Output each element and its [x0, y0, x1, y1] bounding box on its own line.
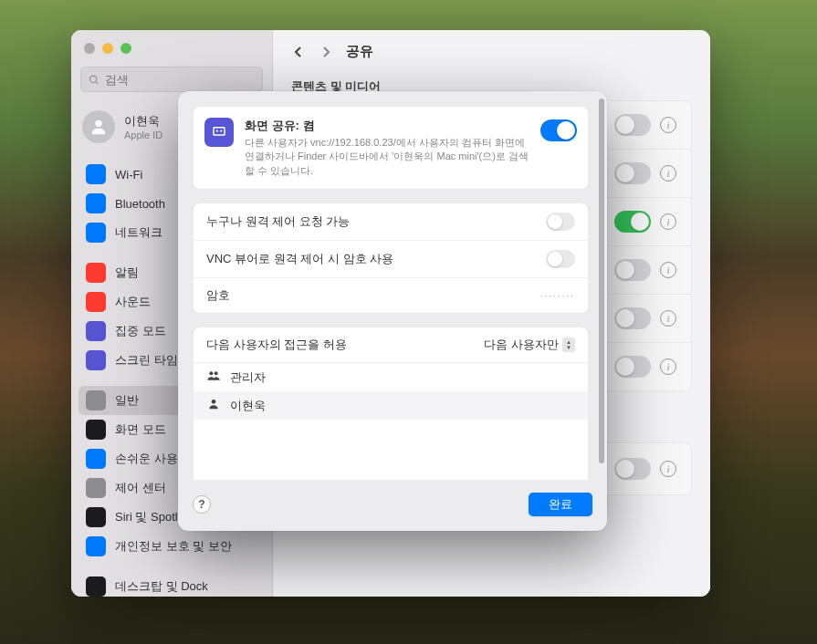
user-list-item[interactable]: 관리자 — [194, 363, 588, 391]
allow-anyone-label: 누구나 원격 제어 요청 가능 — [206, 213, 350, 230]
svg-point-11 — [209, 372, 213, 376]
password-label: 암호 — [206, 287, 230, 304]
user-list-item-label: 이현욱 — [230, 398, 266, 414]
modal-footer: ? 완료 — [193, 480, 592, 516]
people-icon — [206, 369, 221, 386]
access-header: 다음 사용자의 접근을 허용 다음 사용자만 ▲▼ — [194, 327, 588, 362]
svg-rect-8 — [215, 129, 225, 135]
screen-sharing-modal: 화면 공유: 켬 다른 사용자가 vnc://192.168.0.23/에서 사… — [178, 91, 607, 531]
scrollbar[interactable] — [599, 99, 604, 487]
password-value: ········ — [540, 291, 575, 301]
screen-sharing-icon — [204, 118, 234, 147]
svg-point-10 — [220, 130, 222, 131]
vnc-password-label: VNC 뷰어로 원격 제어 시 암호 사용 — [206, 251, 393, 267]
vnc-password-row: VNC 뷰어로 원격 제어 시 암호 사용 — [194, 240, 588, 277]
user-list-item-label: 관리자 — [230, 369, 266, 386]
done-button[interactable]: 완료 — [529, 493, 592, 516]
access-dropdown-value: 다음 사용자만 — [484, 337, 559, 353]
vnc-password-toggle[interactable] — [546, 250, 575, 268]
help-button[interactable]: ? — [193, 495, 211, 514]
password-row: 암호 ········ — [194, 277, 588, 313]
scrollbar-thumb[interactable] — [599, 99, 604, 463]
user-list-spacer — [194, 420, 588, 480]
allow-anyone-toggle[interactable] — [546, 213, 575, 231]
access-label: 다음 사용자의 접근을 허용 — [206, 337, 347, 353]
screen-sharing-toggle[interactable] — [540, 119, 577, 141]
modal-description: 다른 사용자가 vnc://192.168.0.23/에서 사용자의 컴퓨터 화… — [245, 136, 529, 178]
user-list-item[interactable]: 이현욱 — [194, 391, 588, 420]
person-icon — [206, 397, 221, 414]
svg-point-12 — [215, 372, 218, 376]
svg-point-13 — [212, 400, 216, 404]
user-list: 관리자이현욱 — [194, 362, 588, 420]
modal-header-card: 화면 공유: 켬 다른 사용자가 vnc://192.168.0.23/에서 사… — [193, 106, 589, 190]
modal-options-card: 누구나 원격 제어 요청 가능 VNC 뷰어로 원격 제어 시 암호 사용 암호… — [193, 203, 589, 314]
chevron-up-down-icon: ▲▼ — [562, 338, 575, 352]
allow-anyone-row: 누구나 원격 제어 요청 가능 — [194, 203, 588, 240]
access-dropdown[interactable]: 다음 사용자만 ▲▼ — [484, 337, 575, 353]
access-section: 다음 사용자의 접근을 허용 다음 사용자만 ▲▼ 관리자이현욱 + − — [193, 327, 589, 480]
modal-title: 화면 공유: 켬 — [245, 118, 529, 134]
svg-point-9 — [216, 130, 218, 131]
modal-content: 화면 공유: 켬 다른 사용자가 vnc://192.168.0.23/에서 사… — [193, 106, 592, 480]
